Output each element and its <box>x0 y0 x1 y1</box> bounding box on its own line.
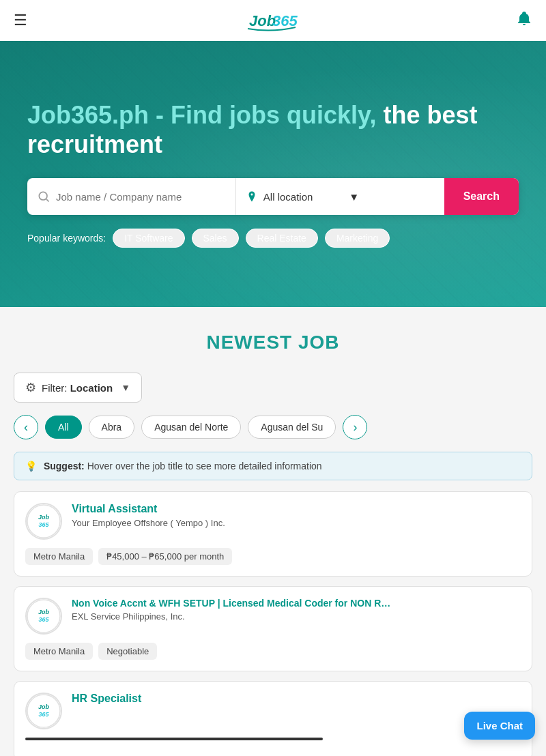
hero-title-highlight: Job365.ph - Find jobs quickly, <box>27 101 376 129</box>
svg-text:365: 365 <box>38 616 49 623</box>
job-card-2-header: Job 365 Non Voice Accnt & WFH SETUP | Li… <box>25 598 521 635</box>
job-card-2[interactable]: Job 365 Non Voice Accnt & WFH SETUP | Li… <box>14 586 532 671</box>
live-chat-button[interactable]: Live Chat <box>464 712 535 740</box>
job-search-container[interactable] <box>27 178 236 215</box>
hero-background <box>0 41 546 307</box>
job-info-3: HR Specialist <box>72 693 521 708</box>
svg-text:365: 365 <box>38 711 49 718</box>
tab-agusan-del-su[interactable]: Agusan del Su <box>248 416 336 439</box>
job-info-1: Virtual Assistant Your Employee Offshore… <box>72 503 521 528</box>
job-company-2: EXL Service Philippines, Inc. <box>72 611 521 622</box>
header: ☰ Job 365 <box>0 0 546 41</box>
tab-agusan-del-norte[interactable]: Agusan del Norte <box>141 416 241 439</box>
job-logo-2: Job 365 <box>25 598 62 635</box>
job-title-2: Non Voice Accnt & WFH SETUP | Licensed M… <box>72 598 521 609</box>
svg-text:Job: Job <box>38 609 50 615</box>
tab-all[interactable]: All <box>45 416 82 439</box>
keyword-real-estate[interactable]: Real Estate <box>246 229 318 248</box>
hero-section: Job365.ph - Find jobs quickly, the best … <box>0 41 546 307</box>
suggest-text: Hover over the job title to see more det… <box>87 461 322 471</box>
job-card-3-header: Job 365 HR Specialist <box>25 693 521 729</box>
job-logo-svg-3: Job 365 <box>27 694 61 728</box>
logo: Job 365 <box>241 8 302 33</box>
job-tags-1: Metro Manila ₱45,000 – ₱65,000 per month <box>25 548 521 565</box>
filter-prefix: Filter: <box>42 382 68 394</box>
progress-bar-3 <box>25 738 323 740</box>
popular-label: Popular keywords: <box>27 233 106 244</box>
location-chevron-icon: ▼ <box>349 191 434 203</box>
job-company-1: Your Employee Offshore ( Yempo ) Inc. <box>72 518 521 528</box>
job-logo-1: Job 365 <box>25 503 62 540</box>
svg-point-2 <box>39 192 47 201</box>
job-location-tag-1: Metro Manila <box>25 548 93 565</box>
svg-text:Job: Job <box>38 514 50 521</box>
location-tabs: ‹ All Abra Agusan del Norte Agusan del S… <box>14 415 532 439</box>
hero-title: Job365.ph - Find jobs quickly, the best … <box>27 100 519 159</box>
suggest-label: Suggest: <box>44 461 85 471</box>
svg-text:365: 365 <box>272 12 298 29</box>
job-title-3: HR Specialist <box>72 693 521 705</box>
keyword-marketing[interactable]: Marketing <box>325 229 390 248</box>
logo-image: Job 365 <box>241 8 302 33</box>
job-card-1-header: Job 365 Virtual Assistant Your Employee … <box>25 503 521 540</box>
bell-icon <box>516 10 532 27</box>
location-selector[interactable]: All location ▼ <box>236 190 444 203</box>
tab-abra[interactable]: Abra <box>89 416 135 439</box>
filter-label: Filter: Location <box>42 382 113 394</box>
section-title: NEWEST JOB <box>14 332 532 353</box>
popular-keywords: Popular keywords: IT Software Sales Real… <box>27 229 519 248</box>
filter-icon: ⚙ <box>25 380 36 395</box>
job-logo-svg-2: Job 365 <box>27 599 61 633</box>
svg-text:365: 365 <box>38 521 49 528</box>
job-salary-tag-2: Negotiable <box>98 643 157 660</box>
job-tags-2: Metro Manila Negotiable <box>25 643 521 660</box>
notification-button[interactable] <box>516 10 532 31</box>
keyword-it-software[interactable]: IT Software <box>113 229 184 248</box>
job-logo-svg-1: Job 365 <box>27 504 61 538</box>
suggest-box: 💡 Suggest: Hover over the job title to s… <box>14 452 532 480</box>
job-location-tag-2: Metro Manila <box>25 643 93 660</box>
tab-next-button[interactable]: › <box>343 415 367 439</box>
bulb-icon: 💡 <box>25 461 37 471</box>
search-bar: All location ▼ Search <box>27 178 519 215</box>
search-icon <box>37 190 51 203</box>
jobs-section: NEWEST JOB ⚙ Filter: Location ▼ ‹ All Ab… <box>0 307 546 756</box>
job-logo-3: Job 365 <box>25 693 62 729</box>
job-search-input[interactable] <box>56 178 226 215</box>
keyword-sales[interactable]: Sales <box>192 229 239 248</box>
filter-arrow-icon: ▼ <box>121 382 130 393</box>
filter-value: Location <box>70 382 113 394</box>
job-salary-tag-1: ₱45,000 – ₱65,000 per month <box>98 548 232 565</box>
location-pin-icon <box>246 190 258 203</box>
job-title-1: Virtual Assistant <box>72 503 521 515</box>
search-button[interactable]: Search <box>444 178 519 215</box>
job-card-1[interactable]: Job 365 Virtual Assistant Your Employee … <box>14 491 532 577</box>
tab-prev-button[interactable]: ‹ <box>14 415 38 439</box>
filter-dropdown[interactable]: ⚙ Filter: Location ▼ <box>14 373 142 403</box>
svg-text:Job: Job <box>38 703 50 710</box>
job-card-3[interactable]: Job 365 HR Specialist <box>14 681 532 756</box>
menu-button[interactable]: ☰ <box>14 12 27 29</box>
hamburger-icon: ☰ <box>14 12 27 29</box>
job-info-2: Non Voice Accnt & WFH SETUP | Licensed M… <box>72 598 521 622</box>
location-value: All location <box>263 191 349 203</box>
